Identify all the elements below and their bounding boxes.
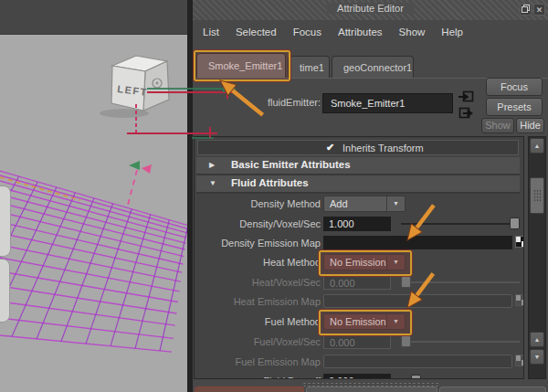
row-fuel-method: Fuel Method No Emission ▼ bbox=[195, 313, 522, 331]
tab-smoke-emitter1[interactable]: Smoke_Emitter1 bbox=[196, 53, 286, 78]
section-basic-emitter-attributes[interactable]: ▶ Basic Emitter Attributes bbox=[196, 157, 520, 175]
scroll-up-icon[interactable]: ▲ bbox=[530, 138, 544, 154]
density-method-dropdown[interactable]: Add ▼ bbox=[323, 196, 406, 212]
dropdown-value: No Emission bbox=[324, 314, 386, 329]
node-name-field[interactable]: Smoke_Emitter1 bbox=[322, 93, 453, 113]
section-fluid-attributes[interactable]: ▼ Fluid Attributes bbox=[196, 175, 520, 194]
scroll-down-icon[interactable]: ▼ bbox=[530, 349, 544, 365]
bottom-button-load-attributes[interactable] bbox=[306, 387, 437, 392]
annotation-line-red-2 bbox=[127, 132, 217, 134]
slider-handle bbox=[401, 276, 411, 288]
heat-method-dropdown[interactable]: No Emission ▼ bbox=[323, 254, 406, 270]
attr-label: Heat Method bbox=[195, 257, 321, 268]
tab-bar: Smoke_Emitter1 time1 geoConnector1 bbox=[193, 46, 548, 79]
checkbox-checked-icon[interactable]: ✔ bbox=[326, 142, 334, 154]
row-heat-emission-map: Heat Emission Map bbox=[195, 293, 522, 311]
row-density-voxel-sec: Density/Voxel/Sec 1.000 bbox=[195, 216, 522, 233]
tab-geoconnector1[interactable]: geoConnector1 bbox=[332, 56, 414, 78]
slider-track bbox=[401, 281, 520, 283]
heat-voxel-field: 0.000 bbox=[323, 275, 391, 290]
row-fuel-voxel-sec: Fuel/Voxel/Sec 0.000 bbox=[195, 334, 522, 351]
attr-label: Fuel Emission Map bbox=[195, 356, 321, 367]
fuel-voxel-field: 0.000 bbox=[323, 334, 391, 349]
presets-button[interactable]: Presets bbox=[486, 98, 543, 116]
menu-focus[interactable]: Focus bbox=[285, 26, 330, 37]
annotation-dash-green-2 bbox=[192, 137, 214, 139]
dropdown-value: No Emission bbox=[324, 255, 386, 270]
texture-map-icon bbox=[515, 294, 524, 306]
dropdown-value: Add bbox=[324, 196, 386, 211]
bottom-button-copy-tab[interactable] bbox=[439, 387, 546, 392]
menu-show[interactable]: Show bbox=[391, 26, 434, 37]
attr-label: Fluid Dropoff bbox=[195, 376, 321, 379]
slider-handle[interactable] bbox=[411, 375, 421, 379]
hide-button[interactable]: Hide bbox=[516, 118, 544, 133]
scroll-up-icon[interactable]: ▲ bbox=[530, 332, 544, 347]
attr-label: Density Emission Map bbox=[195, 238, 321, 249]
menu-list[interactable]: List bbox=[195, 26, 227, 37]
annotation-tick-red bbox=[227, 90, 228, 99]
attr-label: Fuel/Voxel/Sec bbox=[195, 336, 321, 347]
chevron-down-icon[interactable]: ▼ bbox=[386, 255, 405, 270]
slider-track bbox=[401, 341, 520, 343]
attribute-scroll-area: ✔ Inherits Transform ▶ Basic Emitter Att… bbox=[194, 136, 524, 379]
inherits-transform-label: Inherits Transform bbox=[342, 143, 424, 154]
annotation-dashed-vertical bbox=[135, 104, 137, 134]
show-button[interactable]: Show bbox=[481, 118, 514, 133]
attr-label: Density/Voxel/Sec bbox=[195, 218, 321, 229]
attr-label: Fuel Method bbox=[195, 316, 321, 327]
output-connection-icon[interactable] bbox=[458, 107, 474, 123]
scrollbar[interactable]: ▲ ▲ ▼ bbox=[528, 136, 546, 379]
close-icon[interactable]: ✕ bbox=[533, 4, 545, 16]
attr-label: Density Method bbox=[195, 198, 321, 209]
scene-object-fragment bbox=[0, 185, 11, 257]
slider-handle[interactable] bbox=[510, 217, 520, 229]
attribute-editor: Attribute Editor ✕ List Selected Focus A… bbox=[193, 0, 548, 392]
chevron-down-icon[interactable]: ▼ bbox=[386, 196, 405, 211]
menu-attributes[interactable]: Attributes bbox=[330, 26, 391, 37]
attr-label: Heat Emission Map bbox=[195, 296, 321, 307]
input-connection-icon[interactable] bbox=[458, 90, 474, 107]
collapsed-arrow-icon: ▶ bbox=[209, 161, 215, 169]
scene-object-fragment bbox=[0, 259, 10, 323]
texture-map-icon[interactable] bbox=[515, 236, 524, 248]
menu-bar: List Selected Focus Attributes Show Help bbox=[195, 22, 471, 42]
density-voxel-field[interactable]: 1.000 bbox=[323, 217, 391, 231]
viewport-panel[interactable]: LEFT bbox=[0, 0, 187, 392]
thumb-grip bbox=[533, 189, 542, 203]
row-fluid-dropoff: Fluid Dropoff 2.000 bbox=[195, 373, 522, 379]
chevron-down-icon[interactable]: ▼ bbox=[386, 314, 405, 329]
fuel-method-dropdown[interactable]: No Emission ▼ bbox=[323, 313, 406, 330]
focus-button[interactable]: Focus bbox=[486, 78, 543, 96]
row-density-method: Density Method Add ▼ bbox=[195, 196, 522, 213]
scrollbar-thumb[interactable] bbox=[530, 177, 544, 214]
expanded-arrow-icon: ▼ bbox=[209, 179, 216, 187]
row-fuel-emission-map: Fuel Emission Map bbox=[195, 354, 522, 371]
row-heat-voxel-sec: Heat/Voxel/Sec 0.000 bbox=[195, 274, 522, 291]
fuel-emission-map-field bbox=[323, 355, 512, 368]
node-type-label: fluidEmitter: bbox=[229, 97, 321, 108]
maya-window: LEFT Attribute Editor ✕ List Selected Fo… bbox=[0, 0, 548, 392]
menu-help[interactable]: Help bbox=[433, 26, 471, 37]
row-density-emission-map: Density Emission Map bbox=[195, 235, 522, 252]
tab-time1[interactable]: time1 bbox=[288, 56, 330, 78]
view-cube[interactable]: LEFT bbox=[0, 0, 187, 128]
density-emission-map-field[interactable] bbox=[323, 236, 512, 249]
row-heat-method: Heat Method No Emission ▼ bbox=[195, 254, 522, 271]
bottom-button-select[interactable] bbox=[195, 387, 304, 392]
slider-handle bbox=[401, 335, 411, 347]
heat-emission-map-field bbox=[323, 294, 512, 308]
tearoff-icon[interactable] bbox=[520, 4, 532, 16]
inherits-transform-row[interactable]: ✔ Inherits Transform bbox=[197, 140, 519, 155]
attribute-editor-titlebar[interactable]: Attribute Editor ✕ bbox=[193, 0, 548, 20]
texture-map-icon bbox=[515, 355, 524, 366]
panel-title: Attribute Editor bbox=[326, 3, 415, 14]
attr-label: Heat/Voxel/Sec bbox=[195, 277, 321, 288]
fluid-dropoff-field[interactable]: 2.000 bbox=[323, 374, 391, 379]
menu-selected[interactable]: Selected bbox=[227, 26, 285, 37]
slider-track[interactable] bbox=[401, 223, 520, 225]
section-label: Basic Emitter Attributes bbox=[231, 159, 351, 170]
annotation-tick-green bbox=[223, 84, 225, 92]
section-label: Fluid Attributes bbox=[231, 177, 309, 188]
